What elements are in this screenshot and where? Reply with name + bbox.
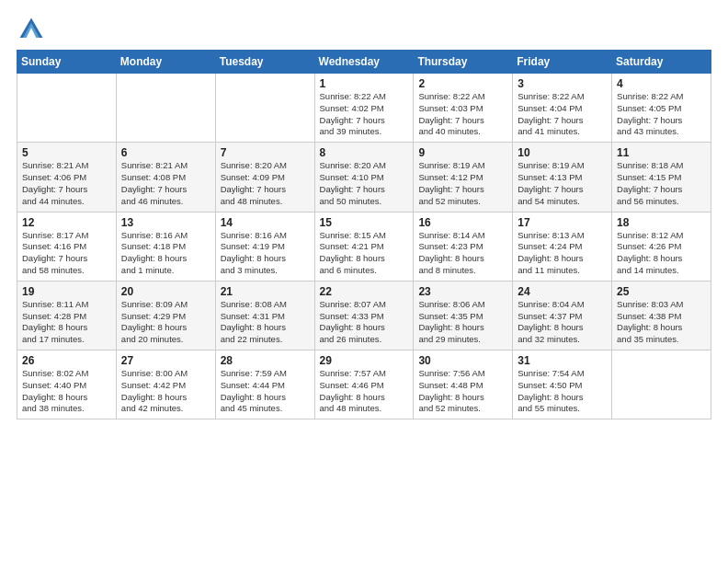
page: SundayMondayTuesdayWednesdayThursdayFrid… [0, 0, 728, 563]
day-number: 18 [617, 216, 706, 229]
day-info: Sunrise: 8:22 AM Sunset: 4:03 PM Dayligh… [418, 91, 507, 138]
day-number: 8 [320, 146, 409, 159]
day-info: Sunrise: 8:03 AM Sunset: 4:38 PM Dayligh… [617, 299, 706, 346]
day-number: 13 [121, 216, 210, 229]
day-info: Sunrise: 8:16 AM Sunset: 4:18 PM Dayligh… [121, 230, 210, 277]
calendar-header-thursday: Thursday [414, 51, 513, 74]
calendar-cell: 28Sunrise: 7:59 AM Sunset: 4:44 PM Dayli… [215, 350, 314, 419]
day-number: 29 [320, 354, 409, 367]
calendar-cell: 23Sunrise: 8:06 AM Sunset: 4:35 PM Dayli… [414, 281, 513, 350]
day-info: Sunrise: 8:21 AM Sunset: 4:08 PM Dayligh… [121, 160, 210, 207]
day-info: Sunrise: 8:19 AM Sunset: 4:13 PM Dayligh… [518, 160, 607, 207]
calendar-cell: 21Sunrise: 8:08 AM Sunset: 4:31 PM Dayli… [215, 281, 314, 350]
calendar-header-wednesday: Wednesday [314, 51, 414, 74]
calendar-cell: 18Sunrise: 8:12 AM Sunset: 4:26 PM Dayli… [612, 212, 711, 281]
day-info: Sunrise: 7:56 AM Sunset: 4:48 PM Dayligh… [418, 368, 507, 415]
day-number: 27 [121, 354, 210, 367]
calendar-cell: 6Sunrise: 8:21 AM Sunset: 4:08 PM Daylig… [116, 143, 215, 212]
day-info: Sunrise: 8:12 AM Sunset: 4:26 PM Dayligh… [617, 230, 706, 277]
day-number: 25 [617, 285, 706, 298]
header [17, 15, 711, 44]
day-number: 3 [518, 77, 607, 90]
calendar-cell: 9Sunrise: 8:19 AM Sunset: 4:12 PM Daylig… [414, 143, 513, 212]
day-number: 7 [221, 146, 310, 159]
calendar-cell: 11Sunrise: 8:18 AM Sunset: 4:15 PM Dayli… [612, 143, 711, 212]
day-info: Sunrise: 8:22 AM Sunset: 4:02 PM Dayligh… [320, 91, 409, 138]
calendar-cell: 31Sunrise: 7:54 AM Sunset: 4:50 PM Dayli… [513, 350, 612, 419]
calendar-cell: 27Sunrise: 8:00 AM Sunset: 4:42 PM Dayli… [116, 350, 215, 419]
calendar-cell: 14Sunrise: 8:16 AM Sunset: 4:19 PM Dayli… [215, 212, 314, 281]
calendar-cell: 5Sunrise: 8:21 AM Sunset: 4:06 PM Daylig… [17, 143, 117, 212]
day-number: 9 [418, 146, 507, 159]
day-info: Sunrise: 8:19 AM Sunset: 4:12 PM Dayligh… [418, 160, 507, 207]
calendar-cell: 1Sunrise: 8:22 AM Sunset: 4:02 PM Daylig… [314, 74, 414, 143]
calendar-header-sunday: Sunday [17, 51, 117, 74]
day-number: 31 [518, 354, 607, 367]
day-info: Sunrise: 8:17 AM Sunset: 4:16 PM Dayligh… [22, 230, 111, 277]
calendar-cell [612, 350, 711, 419]
calendar-cell: 30Sunrise: 7:56 AM Sunset: 4:48 PM Dayli… [414, 350, 513, 419]
day-info: Sunrise: 8:18 AM Sunset: 4:15 PM Dayligh… [617, 160, 706, 207]
calendar-cell: 16Sunrise: 8:14 AM Sunset: 4:23 PM Dayli… [414, 212, 513, 281]
day-info: Sunrise: 8:08 AM Sunset: 4:31 PM Dayligh… [221, 299, 310, 346]
day-info: Sunrise: 7:54 AM Sunset: 4:50 PM Dayligh… [518, 368, 607, 415]
day-number: 5 [22, 146, 111, 159]
calendar-cell: 8Sunrise: 8:20 AM Sunset: 4:10 PM Daylig… [314, 143, 414, 212]
day-info: Sunrise: 8:00 AM Sunset: 4:42 PM Dayligh… [121, 368, 210, 415]
day-number: 30 [418, 354, 507, 367]
calendar-cell: 19Sunrise: 8:11 AM Sunset: 4:28 PM Dayli… [17, 281, 117, 350]
day-number: 28 [221, 354, 310, 367]
day-info: Sunrise: 8:04 AM Sunset: 4:37 PM Dayligh… [518, 299, 607, 346]
day-info: Sunrise: 8:16 AM Sunset: 4:19 PM Dayligh… [221, 230, 310, 277]
calendar-cell: 7Sunrise: 8:20 AM Sunset: 4:09 PM Daylig… [215, 143, 314, 212]
calendar-cell: 10Sunrise: 8:19 AM Sunset: 4:13 PM Dayli… [513, 143, 612, 212]
calendar-cell [116, 74, 215, 143]
calendar-cell: 25Sunrise: 8:03 AM Sunset: 4:38 PM Dayli… [612, 281, 711, 350]
day-info: Sunrise: 8:02 AM Sunset: 4:40 PM Dayligh… [22, 368, 111, 415]
day-info: Sunrise: 8:20 AM Sunset: 4:09 PM Dayligh… [221, 160, 310, 207]
day-info: Sunrise: 8:14 AM Sunset: 4:23 PM Dayligh… [418, 230, 507, 277]
logo [17, 15, 50, 44]
calendar-cell: 24Sunrise: 8:04 AM Sunset: 4:37 PM Dayli… [513, 281, 612, 350]
calendar-cell [215, 74, 314, 143]
calendar-header-friday: Friday [513, 51, 612, 74]
day-number: 4 [617, 77, 706, 90]
day-number: 23 [418, 285, 507, 298]
day-info: Sunrise: 8:22 AM Sunset: 4:04 PM Dayligh… [518, 91, 607, 138]
calendar-cell: 22Sunrise: 8:07 AM Sunset: 4:33 PM Dayli… [314, 281, 414, 350]
calendar-header-row: SundayMondayTuesdayWednesdayThursdayFrid… [17, 51, 711, 74]
calendar-header-saturday: Saturday [612, 51, 711, 74]
day-number: 6 [121, 146, 210, 159]
day-number: 14 [221, 216, 310, 229]
day-info: Sunrise: 8:20 AM Sunset: 4:10 PM Dayligh… [320, 160, 409, 207]
calendar-cell: 3Sunrise: 8:22 AM Sunset: 4:04 PM Daylig… [513, 74, 612, 143]
calendar-week-row: 1Sunrise: 8:22 AM Sunset: 4:02 PM Daylig… [17, 74, 711, 143]
calendar-cell: 26Sunrise: 8:02 AM Sunset: 4:40 PM Dayli… [17, 350, 117, 419]
day-info: Sunrise: 7:59 AM Sunset: 4:44 PM Dayligh… [221, 368, 310, 415]
day-number: 1 [320, 77, 409, 90]
logo-icon [17, 15, 46, 44]
day-info: Sunrise: 8:13 AM Sunset: 4:24 PM Dayligh… [518, 230, 607, 277]
calendar-cell: 17Sunrise: 8:13 AM Sunset: 4:24 PM Dayli… [513, 212, 612, 281]
day-number: 12 [22, 216, 111, 229]
day-info: Sunrise: 8:21 AM Sunset: 4:06 PM Dayligh… [22, 160, 111, 207]
day-info: Sunrise: 8:09 AM Sunset: 4:29 PM Dayligh… [121, 299, 210, 346]
calendar-cell: 4Sunrise: 8:22 AM Sunset: 4:05 PM Daylig… [612, 74, 711, 143]
day-number: 11 [617, 146, 706, 159]
calendar-cell: 13Sunrise: 8:16 AM Sunset: 4:18 PM Dayli… [116, 212, 215, 281]
calendar-cell: 2Sunrise: 8:22 AM Sunset: 4:03 PM Daylig… [414, 74, 513, 143]
calendar-week-row: 26Sunrise: 8:02 AM Sunset: 4:40 PM Dayli… [17, 350, 711, 419]
day-info: Sunrise: 7:57 AM Sunset: 4:46 PM Dayligh… [320, 368, 409, 415]
day-info: Sunrise: 8:07 AM Sunset: 4:33 PM Dayligh… [320, 299, 409, 346]
calendar-cell: 29Sunrise: 7:57 AM Sunset: 4:46 PM Dayli… [314, 350, 414, 419]
calendar-cell [17, 74, 117, 143]
day-number: 17 [518, 216, 607, 229]
calendar-week-row: 12Sunrise: 8:17 AM Sunset: 4:16 PM Dayli… [17, 212, 711, 281]
day-number: 26 [22, 354, 111, 367]
calendar-header-monday: Monday [116, 51, 215, 74]
day-number: 24 [518, 285, 607, 298]
calendar-week-row: 19Sunrise: 8:11 AM Sunset: 4:28 PM Dayli… [17, 281, 711, 350]
calendar-cell: 20Sunrise: 8:09 AM Sunset: 4:29 PM Dayli… [116, 281, 215, 350]
day-info: Sunrise: 8:06 AM Sunset: 4:35 PM Dayligh… [418, 299, 507, 346]
day-number: 21 [221, 285, 310, 298]
